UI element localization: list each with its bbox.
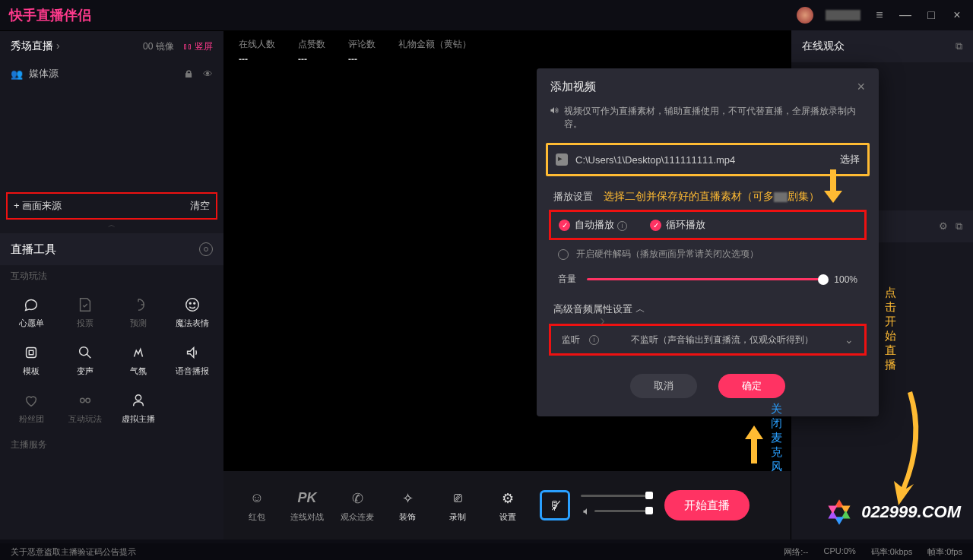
ab-decor[interactable]: ✧装饰: [385, 489, 430, 523]
tool-模板[interactable]: 模板: [5, 344, 59, 377]
maximize-button[interactable]: □: [924, 8, 938, 22]
volume-value: 100%: [834, 274, 857, 285]
status-bar: 关于恶意盗取主播验证码公告提示 网络:-- CPU:0% 码率:0kbps 帧率…: [0, 543, 973, 560]
playback-checks: ✓自动播放i ✓循环播放: [549, 210, 867, 240]
lock-icon[interactable]: 🔒︎: [184, 68, 194, 80]
tool-虚拟主播[interactable]: 虚拟主播: [112, 392, 166, 425]
mirror-toggle[interactable]: 00 镜像: [143, 40, 174, 53]
ab-redpacket[interactable]: ☺红包: [234, 489, 280, 523]
avatar[interactable]: [797, 7, 813, 24]
tool-icon: [184, 344, 201, 361]
status-cpu: CPU:0%: [824, 546, 856, 558]
pk-icon: PK: [297, 489, 316, 508]
tool-变声[interactable]: 变声: [59, 344, 113, 377]
tool-心愿单[interactable]: 心愿单: [5, 296, 59, 329]
puzzle-icon: ✧: [402, 489, 414, 508]
ab-guestcall[interactable]: ✆观众连麦: [334, 489, 380, 523]
close-button[interactable]: ×: [950, 8, 964, 22]
ab-pk[interactable]: PK连线对战: [284, 489, 330, 523]
arrow-annotation: [740, 426, 763, 467]
file-path: C:\Users\1\Desktop\111111111.mp4: [575, 154, 735, 166]
popout-icon[interactable]: ⧉: [956, 40, 962, 52]
tool-icon: [23, 392, 40, 409]
info-icon[interactable]: i: [617, 221, 627, 231]
add-source-row: + 画面来源 清空: [6, 192, 217, 220]
tool-icon: [130, 344, 147, 361]
svg-point-7: [86, 398, 90, 403]
modal-title: 添加视频: [550, 80, 596, 94]
ok-button[interactable]: 确定: [718, 374, 785, 398]
gear-icon: ⚙︎: [502, 489, 514, 508]
tool-预测[interactable]: 预测: [112, 296, 166, 329]
tool-魔法表情[interactable]: 魔法表情: [166, 296, 220, 329]
add-source-button[interactable]: + 画面来源: [14, 199, 62, 213]
svg-point-8: [136, 395, 141, 400]
svg-point-2: [194, 302, 195, 304]
tool-粉丝团[interactable]: 粉丝团: [5, 392, 59, 425]
modal-close-button[interactable]: ×: [857, 79, 865, 95]
annotation-start: 点击开始直播: [885, 286, 896, 372]
status-notice[interactable]: 关于恶意盗取主播验证码公告提示: [11, 546, 136, 558]
cancel-button[interactable]: 取消: [630, 374, 697, 398]
annotation-mic: 关闭麦克风: [771, 402, 791, 474]
layers-icon: 👥: [11, 68, 23, 80]
tool-icon: [23, 296, 40, 313]
svg-rect-4: [30, 350, 34, 355]
scene-title[interactable]: 秀场直播: [11, 40, 60, 53]
ab-settings[interactable]: ⚙︎设置: [485, 489, 531, 523]
tool-icon: [77, 392, 93, 409]
minimize-button[interactable]: —: [899, 8, 912, 22]
mic-toggle[interactable]: 🎙︎̸: [540, 490, 570, 520]
advanced-audio-toggle[interactable]: 高级音频属性设置 ︿: [537, 290, 879, 324]
loop-check[interactable]: ✓循环播放: [650, 218, 705, 232]
tool-投票[interactable]: 投票: [59, 296, 113, 329]
tool-icon: [130, 392, 147, 409]
file-path-row: C:\Users\1\Desktop\111111111.mp4 选择: [546, 143, 870, 176]
menu-button[interactable]: ≡: [873, 8, 886, 22]
hw-decode-label: 开启硬件解码（播放画面异常请关闭次选项）: [576, 248, 759, 261]
tool-icon: [77, 344, 93, 361]
hw-decode-radio[interactable]: [558, 249, 569, 260]
stat: 点赞数---: [298, 38, 325, 65]
mic-off-icon: 🎙︎̸: [549, 498, 561, 513]
app-title: 快手直播伴侣: [9, 6, 91, 24]
clear-button[interactable]: 清空: [190, 199, 210, 213]
speaker-volume-slider[interactable]: [594, 510, 649, 512]
left-panel: 秀场直播 00 镜像 ⫾⫾ 竖屏 👥 媒体源 🔒︎ 👁︎ + 画面来源 清空 ︿…: [0, 30, 223, 539]
collapse-handle[interactable]: ︿: [0, 220, 223, 230]
eye-icon[interactable]: 👁︎: [203, 68, 213, 80]
mic-volume-slider[interactable]: [581, 495, 649, 497]
volume-slider[interactable]: [587, 278, 823, 280]
svg-point-0: [186, 299, 199, 312]
monitor-label: 监听: [562, 334, 580, 346]
vertical-toggle[interactable]: ⫾⫾ 竖屏: [183, 40, 213, 53]
svg-rect-3: [27, 348, 36, 358]
monitor-value: 不监听（声音输出到直播流，仅观众听得到）: [605, 334, 838, 346]
add-video-modal: 添加视频 × 🔊︎ 视频仅可作为直播素材，辅助直播使用，不可代替直播，全屏播放录…: [537, 68, 879, 416]
media-source-label: 媒体源: [29, 67, 59, 81]
tool-icon: [130, 296, 147, 313]
speaker-icon: 🔈︎: [581, 506, 590, 517]
file-select-button[interactable]: 选择: [840, 153, 860, 166]
expand-right-icon[interactable]: ›: [600, 312, 605, 329]
tool-icon: [184, 296, 201, 313]
svg-point-6: [80, 398, 84, 403]
camera-icon: ⎚: [454, 489, 462, 508]
ab-record[interactable]: ⎚录制: [435, 489, 480, 523]
play-settings-label: 播放设置: [553, 191, 593, 202]
tools-settings-icon[interactable]: [199, 242, 213, 256]
monitor-select[interactable]: 监听i 不监听（声音输出到直播流，仅观众听得到）: [549, 324, 867, 356]
info-icon[interactable]: i: [589, 335, 599, 345]
autoplay-check[interactable]: ✓自动播放i: [559, 218, 627, 232]
phone-icon: ✆: [352, 489, 363, 508]
gear-icon[interactable]: ⚙︎: [939, 220, 948, 233]
chevron-down-icon: [845, 334, 854, 346]
popout-icon[interactable]: ⧉: [956, 220, 962, 233]
status-bitrate: 码率:0kbps: [871, 546, 912, 558]
status-fps: 帧率:0fps: [927, 546, 962, 558]
tool-互动玩法[interactable]: 互动玩法: [59, 392, 113, 425]
tool-气氛[interactable]: 气氛: [112, 344, 166, 377]
action-bar: ☺红包 PK连线对战 ✆观众连麦 ✧装饰 ⎚录制 ⚙︎设置 🎙︎̸ 🔈︎ 开始直…: [223, 471, 791, 539]
tool-语音播报[interactable]: 语音播报: [166, 344, 220, 377]
start-live-button[interactable]: 开始直播: [664, 490, 750, 520]
